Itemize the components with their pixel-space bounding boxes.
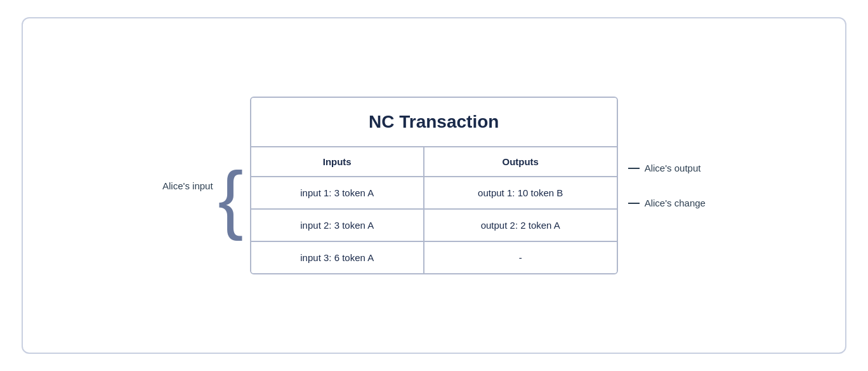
transaction-title: NC Transaction [251, 98, 617, 147]
alice-change-label: Alice's change [628, 198, 706, 208]
table-row: input 3: 6 token A- [251, 241, 617, 273]
alice-input-label: Alice's input [162, 180, 213, 191]
table-header-row: Inputs Outputs [251, 147, 617, 177]
input-cell-1: input 1: 3 token A [251, 177, 424, 209]
input-cell-3: input 3: 6 token A [251, 241, 424, 273]
right-label-area: Alice's output Alice's change [628, 163, 706, 208]
dash-line-output-icon [628, 168, 640, 169]
alice-output-label: Alice's output [628, 163, 706, 173]
output-cell-3: - [424, 241, 617, 273]
table-row: input 2: 3 token Aoutput 2: 2 token A [251, 209, 617, 241]
left-label-area: Alice's input { [162, 135, 244, 236]
left-brace-icon: { [218, 160, 244, 236]
output-cell-1: output 1: 10 token B [424, 177, 617, 209]
diagram-wrapper: Alice's input { NC Transaction Inputs Ou… [162, 97, 706, 274]
table-row: input 1: 3 token Aoutput 1: 10 token B [251, 177, 617, 209]
transaction-box: NC Transaction Inputs Outputs input 1: 3… [250, 97, 618, 274]
outputs-header: Outputs [424, 147, 617, 177]
transaction-table: Inputs Outputs input 1: 3 token Aoutput … [251, 147, 617, 273]
inputs-header: Inputs [251, 147, 424, 177]
output-cell-2: output 2: 2 token A [424, 209, 617, 241]
outer-frame: Alice's input { NC Transaction Inputs Ou… [22, 17, 846, 354]
input-cell-2: input 2: 3 token A [251, 209, 424, 241]
dash-line-change-icon [628, 203, 640, 204]
